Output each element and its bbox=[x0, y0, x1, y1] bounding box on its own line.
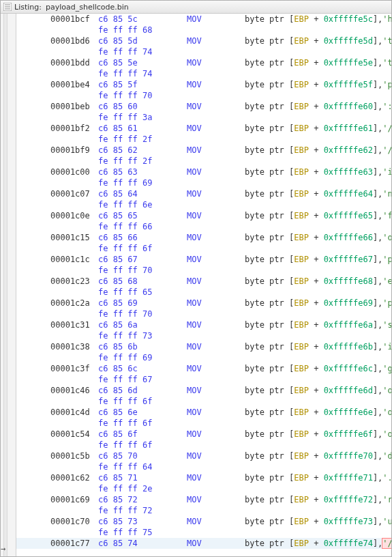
asm-row-cont[interactable]: fe ff ff 70 bbox=[16, 309, 391, 319]
asm-row[interactable]: 00001c69c6 85 72MOVbyte ptr [EBP + 0xfff… bbox=[16, 494, 391, 505]
asm-row[interactable]: 00001c54c6 85 6fMOVbyte ptr [EBP + 0xfff… bbox=[16, 429, 391, 440]
code-area[interactable]: 00001bcfc6 85 5cMOVbyte ptr [EBP + 0xfff… bbox=[16, 14, 391, 556]
asm-row[interactable]: 00001c4dc6 85 6eMOVbyte ptr [EBP + 0xfff… bbox=[16, 407, 391, 418]
operand: byte ptr [EBP + 0xfffffe5f],'p' bbox=[245, 79, 391, 90]
mnemonic: MOV bbox=[187, 79, 202, 90]
register: EBP bbox=[294, 124, 309, 133]
asm-row-cont[interactable]: fe ff ff 70 bbox=[16, 90, 391, 101]
char-literal: 't' bbox=[382, 36, 391, 46]
asm-row-cont[interactable]: fe ff ff 75 bbox=[16, 527, 391, 538]
asm-row-cont[interactable]: fe ff ff 73 bbox=[16, 330, 391, 341]
asm-row[interactable]: 00001bebc6 85 60MOVbyte ptr [EBP + 0xfff… bbox=[16, 101, 391, 112]
asm-row-cont[interactable]: fe ff ff 67 bbox=[16, 374, 391, 385]
asm-row-cont[interactable]: fe ff ff 64 bbox=[16, 461, 391, 472]
asm-row-cont[interactable]: fe ff ff 2e bbox=[16, 483, 391, 494]
mnemonic: MOV bbox=[187, 298, 202, 309]
titlebar[interactable]: Listing: payload_shellcode.bin bbox=[1, 1, 391, 14]
hex-bytes: fe ff ff 2f bbox=[98, 134, 152, 145]
asm-row-cont[interactable]: fe ff ff 68 bbox=[16, 25, 391, 35]
asm-row[interactable]: 00001c2ac6 85 69MOVbyte ptr [EBP + 0xfff… bbox=[16, 298, 391, 309]
hex-bytes: fe ff ff 6e bbox=[98, 199, 152, 210]
hex-bytes: fe ff ff 65 bbox=[98, 287, 152, 298]
asm-row-cont[interactable]: fe ff ff 2f bbox=[16, 156, 391, 167]
register: EBP bbox=[294, 539, 309, 548]
asm-row[interactable]: 00001c07c6 85 64MOVbyte ptr [EBP + 0xfff… bbox=[16, 188, 391, 199]
asm-row-cont[interactable]: fe ff ff 70 bbox=[16, 265, 391, 276]
asm-row[interactable]: 00001c70c6 85 73MOVbyte ptr [EBP + 0xfff… bbox=[16, 516, 391, 527]
asm-row[interactable]: 00001bd6c6 85 5dMOVbyte ptr [EBP + 0xfff… bbox=[16, 35, 391, 46]
operand: byte ptr [EBP + 0xfffffe74],'/' bbox=[245, 538, 391, 549]
offset: 0xfffffe72 bbox=[324, 495, 373, 504]
char-literal: ':' bbox=[382, 102, 391, 111]
asm-row-cont[interactable]: fe ff ff 6f bbox=[16, 418, 391, 429]
arrow-icon: → bbox=[1, 544, 5, 554]
asm-row-cont[interactable]: fe ff ff 69 bbox=[16, 177, 391, 188]
char-literal: 'i' bbox=[382, 342, 391, 352]
offset: 0xfffffe6f bbox=[324, 429, 373, 439]
char-literal: 'r' bbox=[382, 495, 391, 504]
asm-row[interactable]: 00001c31c6 85 6aMOVbyte ptr [EBP + 0xfff… bbox=[16, 319, 391, 330]
asm-row[interactable]: 00001bcfc6 85 5cMOVbyte ptr [EBP + 0xfff… bbox=[16, 14, 391, 25]
asm-row-cont[interactable]: fe ff ff 69 bbox=[16, 352, 391, 363]
char-literal: '/' bbox=[382, 145, 391, 155]
asm-row[interactable]: 00001c46c6 85 6dMOVbyte ptr [EBP + 0xfff… bbox=[16, 385, 391, 396]
offset: 0xfffffe62 bbox=[324, 145, 373, 155]
asm-row[interactable]: 00001c62c6 85 71MOVbyte ptr [EBP + 0xfff… bbox=[16, 472, 391, 483]
operand-prefix: byte ptr [ bbox=[245, 408, 294, 417]
mnemonic: MOV bbox=[187, 429, 202, 440]
asm-row-cont[interactable]: fe ff ff 6f bbox=[16, 396, 391, 407]
offset: 0xfffffe71 bbox=[324, 473, 373, 483]
hex-bytes: c6 85 72 bbox=[98, 494, 138, 505]
register: EBP bbox=[294, 233, 309, 242]
address: 00001c38 bbox=[50, 341, 90, 352]
asm-row[interactable]: 00001c15c6 85 66MOVbyte ptr [EBP + 0xfff… bbox=[16, 232, 391, 243]
hex-bytes: c6 85 60 bbox=[98, 101, 138, 112]
operand-prefix: byte ptr [ bbox=[245, 145, 294, 155]
operand: byte ptr [EBP + 0xfffffe6d],'o' bbox=[245, 385, 391, 396]
hex-bytes: fe ff ff 6f bbox=[98, 440, 152, 451]
gutter[interactable]: → bbox=[1, 14, 16, 556]
operand: byte ptr [EBP + 0xfffffe64],'n' bbox=[245, 188, 391, 199]
asm-row[interactable]: 00001c5bc6 85 70MOVbyte ptr [EBP + 0xfff… bbox=[16, 451, 391, 461]
offset: 0xfffffe60 bbox=[324, 102, 373, 111]
asm-row-cont[interactable]: fe ff ff 3a bbox=[16, 112, 391, 123]
char-literal: 'n' bbox=[382, 189, 391, 199]
asm-row[interactable]: 00001bf2c6 85 61MOVbyte ptr [EBP + 0xfff… bbox=[16, 123, 391, 134]
hex-bytes: fe ff ff 2f bbox=[98, 156, 152, 167]
address: 00001c69 bbox=[50, 494, 90, 505]
hex-bytes: fe ff ff 70 bbox=[98, 309, 152, 319]
register: EBP bbox=[294, 167, 309, 177]
asm-row[interactable]: 00001be4c6 85 5fMOVbyte ptr [EBP + 0xfff… bbox=[16, 79, 391, 90]
asm-row-cont[interactable]: fe ff ff 74 bbox=[16, 46, 391, 57]
char-literal: 'o' bbox=[382, 233, 391, 242]
hex-bytes: fe ff ff 68 bbox=[98, 25, 152, 35]
asm-row[interactable]: 00001c1cc6 85 67MOVbyte ptr [EBP + 0xfff… bbox=[16, 254, 391, 265]
mnemonic: MOV bbox=[187, 516, 202, 527]
address: 00001bcf bbox=[50, 14, 90, 25]
asm-row-cont[interactable]: fe ff ff 65 bbox=[16, 287, 391, 298]
asm-row[interactable]: 00001bddc6 85 5eMOVbyte ptr [EBP + 0xfff… bbox=[16, 57, 391, 68]
operand: byte ptr [EBP + 0xfffffe69],'p' bbox=[245, 298, 391, 309]
asm-row-cont[interactable]: fe ff ff 74 bbox=[16, 68, 391, 79]
hex-bytes: fe ff ff 64 bbox=[98, 461, 152, 472]
asm-row[interactable]: 00001c0ec6 85 65MOVbyte ptr [EBP + 0xfff… bbox=[16, 210, 391, 221]
offset: 0xfffffe6b bbox=[324, 342, 373, 352]
asm-row[interactable]: 00001c00c6 85 63MOVbyte ptr [EBP + 0xfff… bbox=[16, 167, 391, 177]
hex-bytes: c6 85 5c bbox=[98, 14, 138, 25]
asm-row-cont[interactable]: fe ff ff 6f bbox=[16, 243, 391, 254]
operand: byte ptr [EBP + 0xfffffe65],'f' bbox=[245, 210, 391, 221]
asm-row-cont[interactable]: fe ff ff 6e bbox=[16, 199, 391, 210]
char-literal: '/' bbox=[382, 124, 391, 133]
address: 00001beb bbox=[50, 101, 90, 112]
address: 00001c23 bbox=[50, 276, 90, 287]
asm-row[interactable]: 00001c38c6 85 6bMOVbyte ptr [EBP + 0xfff… bbox=[16, 341, 391, 352]
asm-row[interactable]: 00001c3fc6 85 6cMOVbyte ptr [EBP + 0xfff… bbox=[16, 363, 391, 374]
asm-row-cont[interactable]: fe ff ff 66 bbox=[16, 221, 391, 232]
asm-row[interactable]: 00001c23c6 85 68MOVbyte ptr [EBP + 0xfff… bbox=[16, 276, 391, 287]
asm-row-cont[interactable]: fe ff ff 72 bbox=[16, 505, 391, 516]
mnemonic: MOV bbox=[187, 123, 202, 134]
asm-row[interactable]: 00001c77c6 85 74MOVbyte ptr [EBP + 0xfff… bbox=[16, 538, 391, 549]
asm-row-cont[interactable]: fe ff ff 2f bbox=[16, 134, 391, 145]
asm-row[interactable]: 00001bf9c6 85 62MOVbyte ptr [EBP + 0xfff… bbox=[16, 145, 391, 156]
asm-row-cont[interactable]: fe ff ff 6f bbox=[16, 440, 391, 451]
